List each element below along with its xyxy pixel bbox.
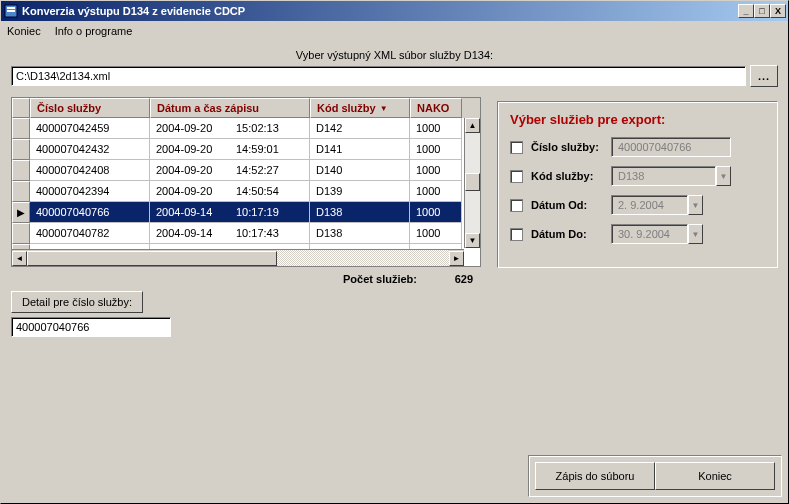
table-row[interactable]: 4000070423942004-09-2014:50:54D1391000: [12, 181, 480, 202]
app-icon: [3, 3, 19, 19]
maximize-button[interactable]: □: [754, 4, 770, 18]
label-cislo: Číslo služby:: [531, 141, 603, 153]
date-do-button[interactable]: ▼: [688, 224, 703, 244]
cell-cislo: 400007042408: [30, 160, 150, 181]
browse-button[interactable]: ...: [750, 65, 778, 87]
table-row[interactable]: 4000070424082004-09-2014:52:27D1401000: [12, 160, 480, 181]
cell-datum: 2004-09-2014:52:27: [150, 160, 310, 181]
detail-button[interactable]: Detail pre číslo služby:: [11, 291, 143, 313]
combo-kod[interactable]: D138: [611, 166, 716, 186]
cell-cislo: 400007040782: [30, 223, 150, 244]
grid-header-nako[interactable]: NAKO: [410, 98, 462, 118]
row-marker: [12, 223, 30, 244]
checkbox-kod[interactable]: [510, 170, 523, 183]
label-datum-do: Dátum Do:: [531, 228, 603, 240]
scroll-right-button[interactable]: ►: [449, 251, 464, 266]
svg-rect-2: [7, 10, 15, 12]
table-row[interactable]: ▶4000070407662004-09-1410:17:19D1381000: [12, 202, 480, 223]
exit-button[interactable]: Koniec: [655, 462, 775, 490]
grid-header-datum[interactable]: Dátum a čas zápisu: [150, 98, 310, 118]
scroll-down-button[interactable]: ▼: [465, 233, 480, 248]
checkbox-cislo[interactable]: [510, 141, 523, 154]
write-to-file-button[interactable]: Zápis do súboru: [535, 462, 655, 490]
horizontal-scrollbar[interactable]: ◄ ►: [12, 249, 464, 266]
cell-datum: 2004-09-2014:59:01: [150, 139, 310, 160]
cell-datum: 2004-09-2015:02:13: [150, 118, 310, 139]
row-marker: [12, 160, 30, 181]
table-row[interactable]: 4000070424592004-09-2015:02:13D1421000: [12, 118, 480, 139]
checkbox-datum-od[interactable]: [510, 199, 523, 212]
grid-header-cislo[interactable]: Číslo služby: [30, 98, 150, 118]
vertical-scrollbar[interactable]: ▲ ▼: [464, 118, 480, 248]
svg-rect-1: [7, 7, 15, 9]
file-picker-label: Vyber výstupný XML súbor služby D134:: [11, 49, 778, 61]
scroll-track-vertical[interactable]: [465, 133, 480, 233]
grid-header-rowhead: [12, 98, 30, 118]
scroll-up-button[interactable]: ▲: [465, 118, 480, 133]
detail-input[interactable]: 400007040766: [11, 317, 171, 337]
row-marker: ▶: [12, 202, 30, 223]
cell-nako: 1000: [410, 118, 462, 139]
row-marker: [12, 139, 30, 160]
cell-cislo: 400007040766: [30, 202, 150, 223]
combo-kod-button[interactable]: ▼: [716, 166, 731, 186]
cell-cislo: 400007042432: [30, 139, 150, 160]
minimize-button[interactable]: _: [738, 4, 754, 18]
cell-datum: 2004-09-2014:50:54: [150, 181, 310, 202]
cell-kod: D141: [310, 139, 410, 160]
cell-kod: D140: [310, 160, 410, 181]
scroll-track-horizontal[interactable]: [277, 250, 449, 266]
row-marker: [12, 181, 30, 202]
cell-kod: D139: [310, 181, 410, 202]
date-do-input[interactable]: 30. 9.2004: [611, 224, 688, 244]
services-grid[interactable]: Číslo služby Dátum a čas zápisu Kód služ…: [11, 97, 481, 267]
cell-cislo: 400007042459: [30, 118, 150, 139]
cell-kod: D142: [310, 118, 410, 139]
count-label: Počet služieb:: [343, 273, 417, 285]
menubar: Koniec Info o programe: [1, 21, 788, 41]
export-filter-panel: Výber služieb pre export: Číslo služby: …: [497, 101, 778, 268]
row-marker: [12, 118, 30, 139]
scroll-thumb-horizontal[interactable]: [27, 251, 277, 266]
menu-info[interactable]: Info o programe: [55, 25, 133, 37]
file-path-input[interactable]: C:\D134\2d134.xml: [11, 66, 746, 86]
sort-indicator-icon: ▼: [380, 104, 388, 113]
checkbox-datum-do[interactable]: [510, 228, 523, 241]
date-od-button[interactable]: ▼: [688, 195, 703, 215]
grid-header-kod[interactable]: Kód služby▼: [310, 98, 410, 118]
cell-nako: 1000: [410, 223, 462, 244]
table-row[interactable]: 4000070407822004-09-1410:17:43D1381000: [12, 223, 480, 244]
cell-nako: 1000: [410, 160, 462, 181]
grid-header: Číslo služby Dátum a čas zápisu Kód služ…: [12, 98, 480, 118]
label-kod: Kód služby:: [531, 170, 603, 182]
cell-datum: 2004-09-1410:17:19: [150, 202, 310, 223]
titlebar[interactable]: Konverzia výstupu D134 z evidencie CDCP …: [1, 1, 788, 21]
scroll-left-button[interactable]: ◄: [12, 251, 27, 266]
main-window: Konverzia výstupu D134 z evidencie CDCP …: [0, 0, 789, 504]
count-value: 629: [423, 273, 473, 285]
cell-kod: D138: [310, 202, 410, 223]
scroll-thumb-vertical[interactable]: [465, 173, 480, 191]
filter-title: Výber služieb pre export:: [510, 112, 765, 127]
cell-nako: 1000: [410, 181, 462, 202]
table-row[interactable]: 4000070424322004-09-2014:59:01D1411000: [12, 139, 480, 160]
cell-kod: D138: [310, 223, 410, 244]
cell-nako: 1000: [410, 202, 462, 223]
menu-koniec[interactable]: Koniec: [7, 25, 41, 37]
label-datum-od: Dátum Od:: [531, 199, 603, 211]
window-title: Konverzia výstupu D134 z evidencie CDCP: [22, 5, 738, 17]
date-od-input[interactable]: 2. 9.2004: [611, 195, 688, 215]
cell-cislo: 400007042394: [30, 181, 150, 202]
close-button[interactable]: X: [770, 4, 786, 18]
cell-nako: 1000: [410, 139, 462, 160]
footer-toolbar: Zápis do súboru Koniec: [528, 455, 782, 497]
input-cislo[interactable]: 400007040766: [611, 137, 731, 157]
cell-datum: 2004-09-1410:17:43: [150, 223, 310, 244]
